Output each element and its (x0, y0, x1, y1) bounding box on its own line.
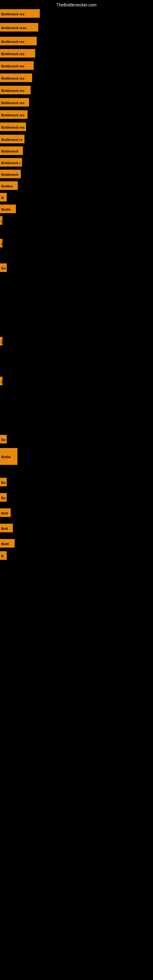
bar-label-5: Bottleneck res (0, 73, 32, 82)
bar-label-20: | (0, 337, 2, 345)
bar-label-0: Bottleneck res (0, 9, 40, 18)
bar-label-4: Bottleneck res (0, 61, 33, 70)
bar-label-17: | (0, 216, 2, 225)
bar-item-12: Bottleneck r (0, 158, 22, 168)
bar-item-15: B (0, 193, 7, 203)
bar-item-27: Bott (0, 524, 13, 533)
bar-item-6: Bottleneck res (0, 86, 30, 95)
bar-label-1: Bottleneck resu (0, 23, 38, 32)
bar-item-24: Bo (0, 478, 7, 488)
bar-label-2: Bottleneck res (0, 37, 37, 45)
bar-item-7: Bottleneck res (0, 98, 29, 108)
bar-item-19: Bo (0, 263, 7, 273)
site-title: TheBottlenecker.com (0, 2, 153, 7)
bar-item-11: Bottleneck (0, 146, 23, 156)
bar-item-20: | (0, 337, 2, 347)
bar-label-15: B (0, 193, 7, 202)
bar-label-16: Bottle (0, 205, 16, 213)
bar-label-14: Bottlen (0, 181, 18, 190)
bar-item-18: | (0, 239, 2, 249)
bar-item-21: | (0, 377, 2, 387)
bar-label-28: Bottl (0, 539, 15, 547)
bar-item-3: Bottleneck res (0, 49, 35, 59)
bar-item-4: Bottleneck res (0, 61, 33, 71)
bar-item-9: Bottleneck res (0, 123, 26, 132)
bar-item-5: Bottleneck res (0, 73, 32, 83)
bar-label-11: Bottleneck (0, 146, 23, 155)
bar-label-12: Bottleneck r (0, 158, 22, 167)
bar-label-21: | (0, 377, 2, 385)
bar-item-2: Bottleneck res (0, 37, 37, 46)
bar-item-17: | (0, 216, 2, 226)
bar-label-23: Bottle (0, 448, 18, 465)
bar-label-6: Bottleneck res (0, 86, 30, 94)
bar-label-26: Bott (0, 508, 11, 517)
bar-label-18: | (0, 239, 2, 247)
bar-item-29: B (0, 551, 7, 561)
bar-label-9: Bottleneck res (0, 123, 26, 131)
bar-item-1: Bottleneck resu (0, 23, 38, 33)
bar-item-28: Bottl (0, 539, 15, 549)
bar-label-13: Bottleneck (0, 170, 21, 178)
bar-label-29: B (0, 551, 7, 560)
bar-label-25: Bo (0, 493, 7, 502)
bar-label-19: Bo (0, 263, 7, 272)
bar-item-16: Bottle (0, 205, 16, 215)
bar-item-14: Bottlen (0, 181, 18, 191)
bar-item-26: Bott (0, 508, 11, 518)
bar-label-7: Bottleneck res (0, 98, 29, 107)
bar-label-27: Bott (0, 524, 13, 532)
bar-label-22: Bo (0, 435, 7, 444)
bar-item-22: Bo (0, 435, 7, 445)
bar-label-24: Bo (0, 478, 7, 486)
bar-label-10: Bottleneck re (0, 135, 24, 143)
bar-item-8: Bottleneck res (0, 110, 27, 120)
bar-label-3: Bottleneck res (0, 49, 35, 57)
bar-item-23: Bottle (0, 448, 18, 466)
bar-item-10: Bottleneck re (0, 135, 24, 145)
bar-item-13: Bottleneck (0, 170, 21, 180)
bar-item-0: Bottleneck res (0, 9, 40, 19)
bar-item-25: Bo (0, 493, 7, 503)
bar-label-8: Bottleneck res (0, 110, 27, 119)
